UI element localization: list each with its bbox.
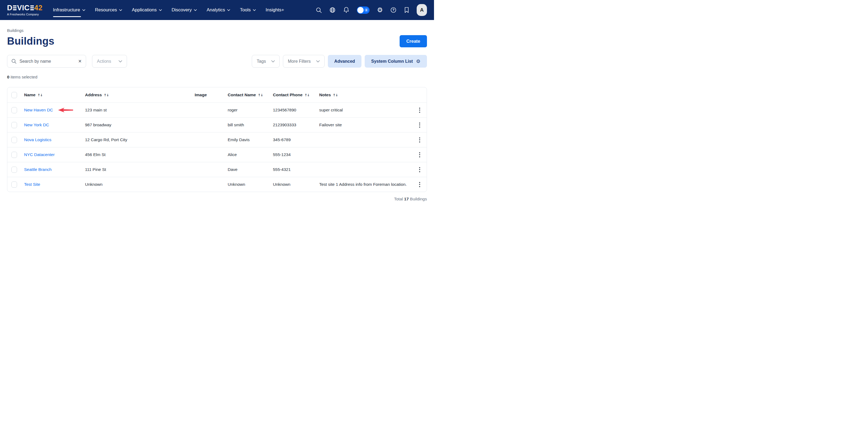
cell-address: Unknown bbox=[85, 182, 195, 187]
sort-icon[interactable]: ↑↓ bbox=[333, 93, 338, 97]
cell-contact-phone: 2123903333 bbox=[273, 123, 319, 127]
nav-item-tools[interactable]: Tools bbox=[240, 0, 256, 20]
advanced-button[interactable]: Advanced bbox=[328, 55, 362, 68]
logo-e-bars-icon bbox=[30, 5, 34, 10]
nav-item-applications[interactable]: Applications bbox=[132, 0, 162, 20]
cell-contact-name: Alice bbox=[228, 152, 273, 157]
title-row: Buildings Create bbox=[7, 35, 427, 47]
column-header-image: Image bbox=[195, 93, 228, 97]
cell-address: 12 Cargo Rd, Port City bbox=[85, 137, 195, 142]
topbar-icon-cluster: ⚙ ? A bbox=[316, 4, 427, 16]
create-button[interactable]: Create bbox=[400, 35, 427, 47]
page-title: Buildings bbox=[7, 35, 55, 47]
buildings-table: Name↑↓ Address↑↓ Image Contact Name↑↓ Co… bbox=[7, 87, 427, 192]
user-avatar[interactable]: A bbox=[417, 4, 427, 16]
row-menu-button[interactable] bbox=[413, 152, 427, 157]
actions-dropdown[interactable]: Actions bbox=[92, 55, 127, 68]
search-input[interactable] bbox=[20, 59, 75, 64]
building-link[interactable]: Seattle Branch bbox=[24, 167, 52, 172]
chevron-down-icon bbox=[253, 9, 256, 11]
chevron-down-icon bbox=[227, 9, 230, 11]
table-row: New Haven DC 123 main st roger 123456789… bbox=[7, 102, 427, 117]
globe-icon[interactable] bbox=[329, 7, 336, 13]
table-row: Nova Logistics 12 Cargo Rd, Port City Em… bbox=[7, 132, 427, 147]
search-box[interactable]: ✕ bbox=[7, 55, 86, 68]
chevron-down-icon bbox=[159, 9, 162, 11]
column-header-contact-name[interactable]: Contact Name↑↓ bbox=[228, 93, 273, 97]
building-link[interactable]: Nova Logistics bbox=[24, 137, 52, 142]
search-icon bbox=[11, 59, 17, 64]
tags-dropdown[interactable]: Tags bbox=[252, 55, 280, 68]
cell-contact-name: roger bbox=[228, 108, 273, 112]
theme-toggle[interactable] bbox=[357, 6, 370, 14]
table-header-row: Name↑↓ Address↑↓ Image Contact Name↑↓ Co… bbox=[7, 87, 427, 102]
row-checkbox[interactable] bbox=[11, 107, 17, 113]
chevron-down-icon bbox=[119, 9, 122, 11]
annotation-arrow-icon bbox=[58, 107, 73, 113]
gear-icon: ⚙ bbox=[416, 59, 421, 64]
column-header-address[interactable]: Address↑↓ bbox=[85, 93, 195, 97]
clear-search-icon[interactable]: ✕ bbox=[78, 59, 82, 64]
row-menu-button[interactable] bbox=[413, 137, 427, 142]
main-content: Buildings Buildings Create ✕ Actions Tag… bbox=[0, 28, 434, 201]
row-menu-button[interactable] bbox=[413, 123, 427, 128]
row-checkbox[interactable] bbox=[11, 167, 17, 173]
cell-address: 111 Pine St bbox=[85, 167, 195, 172]
row-menu-button[interactable] bbox=[413, 108, 427, 113]
building-link[interactable]: Test Site bbox=[24, 182, 40, 187]
total-count: Total 17 Buildings bbox=[7, 197, 427, 201]
nav-item-resources[interactable]: Resources bbox=[95, 0, 122, 20]
cell-contact-phone: 1234567890 bbox=[273, 108, 319, 112]
column-header-notes[interactable]: Notes↑↓ bbox=[319, 93, 413, 97]
cell-address: 123 main st bbox=[85, 108, 195, 112]
sun-icon bbox=[365, 8, 368, 12]
bookmark-icon[interactable] bbox=[404, 7, 409, 13]
select-all-checkbox[interactable] bbox=[11, 92, 17, 98]
logo-text-vic: VIC bbox=[17, 4, 30, 12]
cell-notes: Failover site bbox=[319, 123, 413, 127]
cell-contact-phone: 555-4321 bbox=[273, 167, 319, 172]
cell-address: 456 Elm St bbox=[85, 152, 195, 157]
sort-icon[interactable]: ↑↓ bbox=[104, 93, 109, 97]
logo-e-bars-icon bbox=[13, 5, 17, 10]
row-checkbox[interactable] bbox=[11, 152, 17, 158]
column-header-name[interactable]: Name↑↓ bbox=[24, 93, 85, 97]
cell-notes: Test site 1 Address info from Foreman lo… bbox=[319, 182, 413, 187]
column-header-contact-phone[interactable]: Contact Phone↑↓ bbox=[273, 93, 319, 97]
help-icon[interactable]: ? bbox=[390, 7, 397, 13]
logo-text-42: 42 bbox=[34, 4, 43, 12]
sort-icon[interactable]: ↑↓ bbox=[37, 93, 42, 97]
row-checkbox[interactable] bbox=[11, 137, 17, 143]
building-link[interactable]: New Haven DC bbox=[24, 108, 53, 112]
gear-icon[interactable]: ⚙ bbox=[377, 7, 383, 13]
nav-item-analytics[interactable]: Analytics bbox=[207, 0, 230, 20]
row-menu-button[interactable] bbox=[413, 167, 427, 172]
search-icon[interactable] bbox=[316, 7, 322, 13]
building-link[interactable]: NYC Datacenter bbox=[24, 152, 55, 157]
main-menu: Infrastructure Resources Applications Di… bbox=[53, 0, 284, 20]
toolbar: ✕ Actions Tags More Filters Advanced Sys… bbox=[7, 55, 427, 68]
system-column-list-button[interactable]: System Column List ⚙ bbox=[365, 55, 427, 68]
row-checkbox[interactable] bbox=[11, 122, 17, 128]
bell-icon[interactable] bbox=[343, 6, 349, 13]
cell-contact-phone: 555-1234 bbox=[273, 152, 319, 157]
building-link[interactable]: New York DC bbox=[24, 123, 49, 127]
row-menu-button[interactable] bbox=[413, 182, 427, 187]
sort-icon[interactable]: ↑↓ bbox=[258, 93, 263, 97]
cell-contact-phone: 345-6789 bbox=[273, 137, 319, 142]
nav-item-discovery[interactable]: Discovery bbox=[172, 0, 197, 20]
chevron-down-icon bbox=[82, 9, 85, 11]
nav-item-infrastructure[interactable]: Infrastructure bbox=[53, 0, 85, 20]
cell-address: 987 broadway bbox=[85, 123, 195, 127]
more-filters-dropdown[interactable]: More Filters bbox=[283, 55, 324, 68]
chevron-down-icon bbox=[316, 60, 320, 63]
svg-text:?: ? bbox=[392, 8, 395, 12]
breadcrumb[interactable]: Buildings bbox=[7, 28, 427, 33]
cell-contact-name: Unknown bbox=[228, 182, 273, 187]
toggle-knob-icon bbox=[358, 7, 364, 13]
brand-logo[interactable]: D VIC 42 A Freshworks Company bbox=[7, 4, 43, 16]
table-row: NYC Datacenter 456 Elm St Alice 555-1234 bbox=[7, 147, 427, 162]
nav-item-insights[interactable]: Insights+ bbox=[266, 0, 284, 20]
row-checkbox[interactable] bbox=[11, 181, 17, 188]
sort-icon[interactable]: ↑↓ bbox=[304, 93, 309, 97]
